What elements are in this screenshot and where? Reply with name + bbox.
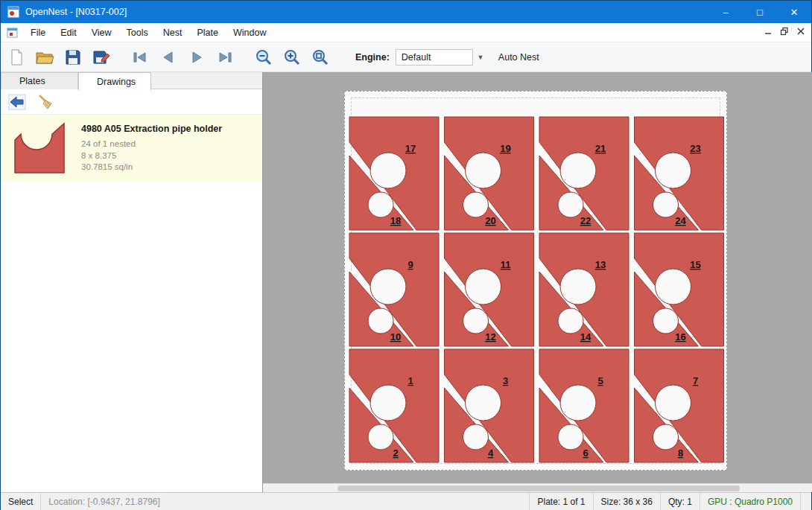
maximize-button[interactable]: □ (743, 1, 777, 23)
mdi-close-button[interactable] (793, 24, 808, 39)
mdi-minimize-button[interactable] (761, 24, 775, 39)
pipe-notch (558, 424, 583, 450)
nest-pair[interactable]: 2122 (539, 117, 629, 230)
new-file-button[interactable] (4, 45, 29, 69)
part-number: 21 (595, 143, 606, 154)
tab-drawings[interactable]: Drawings (78, 72, 151, 90)
part-number: 15 (690, 259, 700, 270)
close-button[interactable]: ✕ (777, 1, 811, 23)
import-drawing-button[interactable] (7, 92, 28, 112)
status-plate-count: Plate: 1 of 1 (530, 493, 592, 510)
part-number: 16 (675, 331, 685, 342)
nest-pair[interactable]: 1920 (445, 117, 534, 230)
auto-nest-label[interactable]: Auto Nest (498, 52, 539, 63)
nest-pair[interactable]: 910 (349, 233, 439, 346)
nest-pair[interactable]: 1718 (349, 117, 439, 230)
drawing-area: 30.7815 sq/in (81, 162, 222, 173)
new-file-icon (7, 48, 25, 66)
tab-plates[interactable]: Plates (1, 72, 78, 89)
pipe-notch (368, 424, 393, 450)
menu-file[interactable]: File (23, 23, 53, 42)
nesting-canvas[interactable]: 171819202122232491011121314151612345678 (263, 72, 812, 492)
pipe-notch (368, 192, 393, 217)
next-plate-button[interactable] (184, 45, 209, 69)
pipe-notch (370, 269, 406, 305)
save-button[interactable] (60, 45, 86, 69)
menu-nest[interactable]: Nest (156, 23, 190, 42)
zoom-in-button[interactable] (279, 45, 305, 69)
window-title: OpenNest - [N0317-002] (25, 7, 127, 17)
engine-select[interactable]: Default (396, 49, 473, 66)
status-bar: Select Location: [-0.9437, 21.8796] Plat… (1, 492, 811, 510)
pipe-notch (463, 192, 489, 217)
engine-label: Engine: (355, 52, 390, 63)
save-as-button[interactable] (89, 45, 114, 69)
horizontal-scrollbar[interactable] (263, 483, 812, 492)
first-plate-button[interactable] (127, 45, 153, 69)
status-gpu: GPU : Quadro P1000 (700, 493, 800, 510)
pipe-notch (653, 424, 679, 450)
previous-plate-button[interactable] (156, 45, 181, 69)
pipe-notch (558, 192, 583, 217)
zoom-fit-button[interactable] (308, 45, 333, 69)
status-location: Location: [-0.9437, 21.8796] (41, 493, 167, 510)
pipe-notch (653, 308, 679, 334)
part-number: 11 (501, 259, 511, 270)
open-folder-icon (35, 48, 54, 66)
part-number: 10 (390, 331, 401, 342)
next-plate-icon (188, 48, 206, 66)
part-number: 3 (503, 375, 508, 386)
menu-plate[interactable]: Plate (189, 23, 226, 42)
pipe-notch (466, 385, 501, 421)
drawing-nested-count: 24 of 1 nested (81, 138, 222, 150)
engine-selected-value: Default (402, 52, 431, 63)
last-plate-icon (216, 48, 234, 66)
import-drawing-icon (8, 94, 26, 110)
zoom-out-button[interactable] (251, 45, 276, 69)
minimize-button[interactable]: – (708, 1, 743, 23)
menu-tools[interactable]: Tools (119, 23, 156, 42)
part-number: 22 (580, 215, 591, 226)
part-number: 13 (595, 259, 606, 270)
last-plate-button[interactable] (212, 45, 238, 69)
zoom-out-icon (255, 48, 273, 66)
part-number: 5 (597, 375, 603, 386)
drawing-list-item[interactable]: 4980 A05 Extraction pipe holder 24 of 1 … (1, 115, 262, 182)
app-icon (7, 6, 19, 18)
open-button[interactable] (32, 45, 57, 69)
pipe-notch (656, 153, 691, 188)
pipe-notch (560, 385, 596, 421)
nest-pair[interactable]: 1314 (539, 233, 629, 346)
nest-pair[interactable]: 34 (445, 349, 534, 462)
pipe-notch (463, 308, 489, 334)
nest-pair[interactable]: 12 (349, 349, 439, 462)
zoom-in-icon (283, 48, 301, 66)
clean-broom-button[interactable] (35, 92, 56, 112)
part-number: 6 (583, 447, 588, 459)
menu-window[interactable]: Window (226, 23, 273, 42)
engine-dropdown-arrow-icon[interactable]: ▼ (475, 49, 486, 66)
application-window: OpenNest - [N0317-002] – □ ✕ File Edit V… (0, 0, 812, 510)
nest-pair[interactable]: 78 (635, 349, 724, 462)
pipe-notch (466, 269, 501, 305)
pipe-notch (653, 192, 679, 217)
part-number: 20 (485, 215, 495, 226)
nest-pair[interactable]: 2324 (635, 117, 724, 230)
plate-sheet[interactable]: 171819202122232491011121314151612345678 (344, 91, 727, 471)
part-number: 18 (390, 215, 401, 226)
part-thumbnail (13, 121, 66, 175)
part-number: 4 (488, 447, 494, 459)
part-number: 12 (485, 331, 495, 342)
nest-pair[interactable]: 56 (539, 349, 629, 462)
nest-pair[interactable]: 1112 (445, 233, 534, 346)
mdi-child-icon (7, 27, 19, 39)
clean-broom-icon (37, 94, 54, 110)
pipe-notch (463, 424, 489, 450)
nest-pair[interactable]: 1516 (635, 233, 724, 346)
mdi-restore-button[interactable] (777, 24, 792, 39)
resize-grip[interactable] (801, 493, 811, 510)
menu-edit[interactable]: Edit (53, 23, 84, 42)
scrollbar-thumb[interactable] (337, 485, 740, 491)
menu-view[interactable]: View (84, 23, 119, 42)
pipe-notch (370, 153, 406, 188)
